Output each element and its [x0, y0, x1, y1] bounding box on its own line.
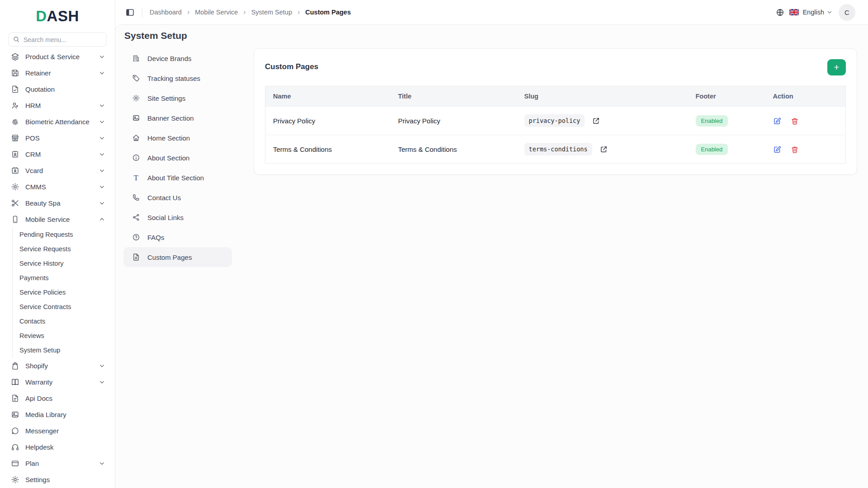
submenu-item[interactable]: Reviews [13, 328, 115, 343]
setup-menu-item-label: Custom Pages [147, 253, 192, 261]
setup-menu-item[interactable]: FAQs [123, 227, 232, 247]
setup-menu-item-label: FAQs [147, 234, 165, 241]
submenu-item-label: Service Policies [19, 289, 66, 296]
sidebar-item[interactable]: HRM [0, 97, 115, 113]
sidebar-item[interactable]: Messenger [0, 422, 115, 439]
shopping-bag-icon [11, 361, 19, 370]
image-icon [11, 410, 19, 419]
tag-icon [132, 74, 140, 82]
share-icon [132, 213, 140, 221]
sidebar-item[interactable]: Mobile Service [0, 211, 115, 227]
breadcrumb-system-setup[interactable]: System Setup [251, 9, 292, 16]
sidebar-item[interactable]: Quotation [0, 81, 115, 97]
chevron-down-icon [99, 460, 105, 466]
external-link-icon[interactable] [592, 117, 600, 125]
sidebar-item[interactable]: Media Library [0, 406, 115, 422]
external-link-icon[interactable] [600, 145, 608, 153]
breadcrumb-mobile-service[interactable]: Mobile Service [195, 9, 238, 16]
slug-chip: terms-conditions [524, 143, 592, 155]
sidebar-item[interactable]: Warranty [0, 374, 115, 390]
sidebar-item-label: Media Library [25, 411, 66, 418]
setup-menu-item[interactable]: Site Settings [123, 88, 232, 108]
setup-menu-item[interactable]: About Section [123, 148, 232, 168]
delete-icon[interactable] [791, 145, 799, 154]
sidebar-item[interactable]: Plan [0, 455, 115, 471]
setup-menu-item-label: Contact Us [147, 194, 181, 202]
delete-icon[interactable] [791, 117, 799, 125]
setup-menu-item-label: Site Settings [147, 94, 185, 102]
submenu-item[interactable]: Service Policies [13, 285, 115, 300]
submenu-item-label: Payments [19, 274, 48, 282]
sidebar-item-label: Api Docs [25, 394, 52, 402]
sidebar-item-label: CRM [25, 150, 41, 158]
file-text-icon [132, 253, 140, 261]
sidebar-item[interactable]: Shopify [0, 357, 115, 374]
setup-menu-item[interactable]: Home Section [123, 128, 232, 148]
sidebar-item-label: Settings [25, 476, 50, 483]
fingerprint-icon [11, 117, 19, 126]
sidebar-toggle-icon[interactable] [125, 8, 135, 17]
sidebar-item-label: Beauty Spa [25, 199, 61, 207]
chat-icon [11, 427, 19, 435]
cog-icon [11, 183, 19, 191]
submenu-item[interactable]: Service Contracts [13, 300, 115, 314]
sidebar-item[interactable]: Biometric Attendance [0, 113, 115, 130]
table-row: Privacy Policy Privacy Policy privacy-po… [265, 107, 846, 135]
sidebar-search [8, 33, 107, 47]
logo-accent-letter: D [36, 8, 47, 25]
sidebar-item[interactable]: Vcard [0, 162, 115, 178]
submenu-item[interactable]: Service Requests [13, 242, 115, 256]
chevron-down-icon [99, 103, 105, 108]
edit-icon[interactable] [773, 117, 781, 125]
breadcrumb-separator: › [297, 9, 300, 16]
slug-chip: privacy-policy [524, 114, 585, 127]
help-icon [132, 233, 140, 241]
sidebar-item[interactable]: Beauty Spa [0, 195, 115, 211]
add-page-button[interactable]: + [827, 59, 846, 75]
submenu-item[interactable]: Payments [13, 271, 115, 285]
chevron-down-icon [99, 363, 105, 369]
cell-name: Terms & Conditions [265, 135, 391, 164]
globe-icon[interactable] [776, 8, 784, 17]
setup-menu-item[interactable]: Tracking statuses [123, 68, 232, 88]
sidebar-item[interactable]: Helpdesk [0, 439, 115, 455]
chevron-down-icon [99, 54, 105, 60]
file-check-icon [11, 85, 19, 94]
avatar[interactable]: C [839, 4, 855, 21]
submenu-item-label: System Setup [19, 347, 60, 354]
chevron-down-icon [99, 135, 105, 141]
submenu-item[interactable]: Service History [13, 256, 115, 271]
sidebar-item-label: Plan [25, 460, 39, 467]
info-icon [132, 154, 140, 162]
sidebar-item[interactable]: Settings [0, 471, 115, 488]
submenu-item-label: Service History [19, 260, 64, 267]
search-input[interactable] [8, 33, 107, 47]
submenu-item[interactable]: Contacts [13, 314, 115, 328]
table-header-cell: Title [391, 86, 517, 107]
language-selector[interactable]: English [802, 9, 832, 16]
sidebar-item[interactable]: Retainer [0, 65, 115, 81]
submenu-item[interactable]: System Setup [13, 343, 115, 357]
edit-icon[interactable] [773, 145, 781, 154]
submenu-item[interactable]: Pending Requests [13, 227, 115, 242]
sidebar-item-label: Messenger [25, 427, 59, 435]
sidebar-item[interactable]: Api Docs [0, 390, 115, 406]
sidebar-item[interactable]: POS [0, 130, 115, 146]
setup-menu-item[interactable]: T About Title Section [123, 168, 232, 188]
credit-card-icon [11, 459, 19, 468]
sidebar-item[interactable]: CMMS [0, 178, 115, 195]
sidebar-item[interactable]: Product & Service [0, 48, 115, 65]
sidebar-item[interactable]: CRM [0, 146, 115, 162]
setup-menu-item-label: Tracking statuses [147, 75, 200, 82]
id-badge-icon [11, 150, 19, 159]
setup-menu-item[interactable]: Device Brands [123, 48, 232, 68]
setup-menu-item[interactable]: Contact Us [123, 188, 232, 207]
breadcrumb-separator: › [243, 9, 245, 16]
system-setup-menu: Device Brands Tracking statuses Site Set… [123, 48, 232, 267]
setup-menu-item[interactable]: Social Links [123, 207, 232, 227]
setup-menu-item[interactable]: Custom Pages [123, 247, 232, 267]
breadcrumb-dashboard[interactable]: Dashboard [150, 9, 182, 16]
card-title: Custom Pages [265, 59, 318, 71]
setup-menu-item[interactable]: Banner Section [123, 108, 232, 128]
search-icon [13, 36, 20, 43]
